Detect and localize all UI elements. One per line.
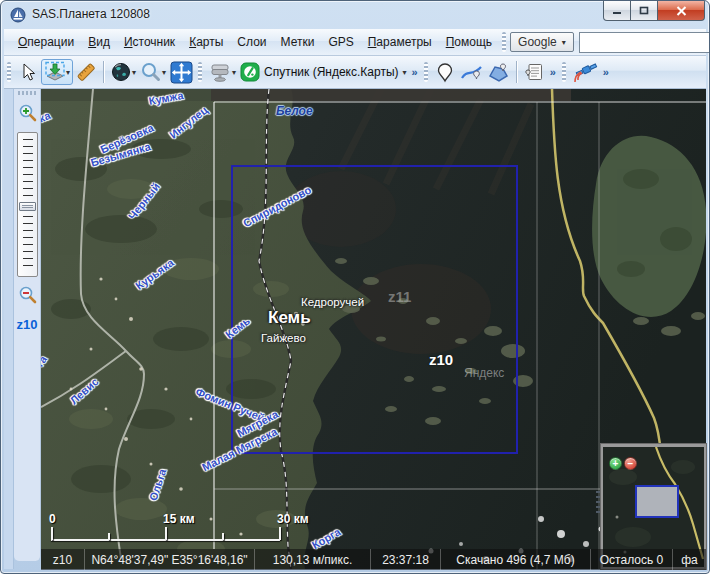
zoom-slider-tick bbox=[23, 174, 33, 175]
placemark-list-icon bbox=[524, 62, 544, 82]
map-label-city: Кемь bbox=[268, 309, 311, 326]
menu-item-параметры[interactable]: Параметры bbox=[361, 32, 439, 52]
menu-items: ОперацииВидИсточникКартыСлоиМеткиGPSПара… bbox=[11, 32, 499, 52]
minimap-splitter-handle[interactable] bbox=[596, 491, 600, 513]
cache-mode-button[interactable]: ▾ bbox=[206, 59, 238, 85]
tool-bar: ▾ ▾ ▾ bbox=[4, 56, 706, 89]
menu-bar: ОперацииВидИсточникКартыСлоиМеткиGPSПара… bbox=[4, 29, 706, 56]
gps-connect-button[interactable] bbox=[570, 59, 600, 85]
title-bar[interactable]: SAS.Планета 120808 bbox=[1, 1, 710, 29]
zoom-slider-tick bbox=[23, 237, 33, 238]
zoom-slider-tick bbox=[23, 216, 33, 217]
zoom-level-label: z10 bbox=[14, 317, 40, 332]
maximize-button[interactable] bbox=[630, 1, 658, 21]
minimap-zoom-out-button[interactable]: − bbox=[624, 457, 637, 470]
zoom-out-button[interactable] bbox=[17, 284, 39, 306]
zoom-out-icon bbox=[18, 285, 38, 305]
zoom-slider-tick bbox=[23, 258, 33, 259]
gps-satellite-icon bbox=[572, 60, 598, 84]
status-segment-4: Скачано 496 (4,7 Мб) bbox=[441, 549, 591, 570]
zoom-region-tool-button[interactable]: ▾ bbox=[138, 59, 168, 85]
map-label-zfaint: z11 bbox=[388, 289, 411, 304]
zoom-slider-thumb[interactable] bbox=[19, 202, 36, 211]
search-input[interactable] bbox=[581, 34, 710, 51]
placemark-manager-button[interactable] bbox=[521, 59, 547, 85]
move-icon bbox=[170, 61, 193, 84]
close-button[interactable] bbox=[657, 1, 705, 21]
chevron-down-icon: ▾ bbox=[66, 68, 70, 77]
zoom-slider-tick bbox=[23, 251, 33, 252]
search-engine-label: Google bbox=[518, 35, 557, 49]
add-path-button[interactable] bbox=[458, 59, 485, 85]
close-icon bbox=[676, 6, 687, 16]
full-map-tool-button[interactable]: ▾ bbox=[108, 59, 138, 85]
toolbar-overflow-chevron[interactable]: » bbox=[409, 66, 421, 78]
toolbar-separator bbox=[103, 61, 104, 83]
zoom-slider[interactable] bbox=[17, 132, 38, 277]
chevron-down-icon: ▾ bbox=[162, 68, 166, 77]
scale-tick bbox=[165, 527, 167, 540]
status-segment-1: N64°48'37,49" E35°16'48,16" bbox=[85, 549, 255, 570]
search-combobox[interactable]: ▾ bbox=[579, 32, 710, 53]
toolbar-grip-3[interactable] bbox=[424, 62, 428, 82]
status-bar: z10N64°48'37,49" E35°16'48,16"130,13 м/п… bbox=[41, 549, 706, 570]
zoom-slider-tick bbox=[23, 139, 33, 140]
zoom-slider-tick bbox=[23, 160, 33, 161]
search-toolbar-grip[interactable] bbox=[502, 32, 506, 52]
placemark-icon bbox=[435, 62, 455, 83]
zoom-panel-grip[interactable] bbox=[18, 91, 37, 95]
add-placemark-button[interactable] bbox=[432, 59, 458, 85]
search-toolbar: Google ▾ ▾ bbox=[499, 29, 710, 55]
toolbar-grip-2[interactable] bbox=[198, 62, 202, 82]
maximize-icon bbox=[639, 6, 649, 15]
map-source-button[interactable]: Спутник (Яндекс.Карты) ▾ bbox=[238, 59, 408, 85]
app-window: SAS.Планета 120808 ОперацииВидИсточникКа… bbox=[0, 0, 710, 574]
cursor-tool-button[interactable] bbox=[15, 59, 41, 85]
menu-item-карты[interactable]: Карты bbox=[182, 32, 230, 52]
menu-item-слои[interactable]: Слои bbox=[230, 32, 273, 52]
toolbar-separator bbox=[516, 61, 517, 83]
zoom-slider-tick bbox=[23, 167, 33, 168]
scale-tick bbox=[51, 527, 53, 540]
select-region-tool-button[interactable]: ▾ bbox=[41, 59, 73, 85]
minimap-viewport-rect[interactable] bbox=[635, 485, 679, 518]
plus-icon: + bbox=[613, 459, 619, 469]
menu-item-gps[interactable]: GPS bbox=[321, 32, 360, 52]
magnifier-icon bbox=[140, 61, 162, 83]
globe-icon bbox=[110, 61, 132, 83]
zoom-slider-tick bbox=[23, 223, 33, 224]
map-label-town: Гайжево bbox=[261, 333, 306, 345]
yandex-satellite-icon bbox=[240, 62, 260, 82]
zoom-slider-tick bbox=[23, 153, 33, 154]
ruler-tool-button[interactable] bbox=[73, 59, 99, 85]
move-map-tool-button[interactable] bbox=[168, 59, 195, 85]
minimize-button[interactable] bbox=[603, 1, 631, 21]
minimap-zoom-in-button[interactable]: + bbox=[609, 457, 622, 470]
ruler-icon bbox=[75, 61, 97, 83]
menu-item-помощь[interactable]: Помощь bbox=[439, 32, 499, 52]
zoom-in-button[interactable] bbox=[17, 102, 39, 124]
toolbar-grip-1[interactable] bbox=[7, 62, 11, 82]
toolbar-overflow-chevron[interactable]: » bbox=[600, 66, 612, 78]
toolbar-overflow-chevron[interactable]: » bbox=[547, 66, 559, 78]
map-label-lake: Белое bbox=[276, 105, 313, 117]
menu-item-источник[interactable]: Источник bbox=[117, 32, 182, 52]
chevron-down-icon: ▾ bbox=[562, 38, 566, 47]
menu-item-метки[interactable]: Метки bbox=[274, 32, 322, 52]
zoom-slider-tick bbox=[23, 146, 33, 147]
status-segment-2: 130,13 м/пикс. bbox=[255, 549, 371, 570]
left-panel-splitter[interactable] bbox=[4, 89, 14, 569]
toolbar-grip-4[interactable] bbox=[562, 62, 566, 82]
search-engine-button[interactable]: Google ▾ bbox=[510, 32, 574, 52]
menu-item-вид[interactable]: Вид bbox=[81, 32, 117, 52]
zoom-slider-tick bbox=[23, 244, 33, 245]
scale-tick bbox=[108, 533, 110, 540]
scale-tick bbox=[222, 533, 224, 540]
chevron-down-icon: ▾ bbox=[403, 68, 407, 77]
zoom-slider-tick bbox=[23, 195, 33, 196]
menu-item-операции[interactable]: Операции bbox=[11, 32, 81, 52]
zoom-slider-tick bbox=[23, 265, 33, 266]
map-label-watermark: Яндекс bbox=[464, 367, 504, 379]
zoom-slider-tick bbox=[23, 188, 33, 189]
add-polygon-button[interactable] bbox=[485, 59, 512, 85]
